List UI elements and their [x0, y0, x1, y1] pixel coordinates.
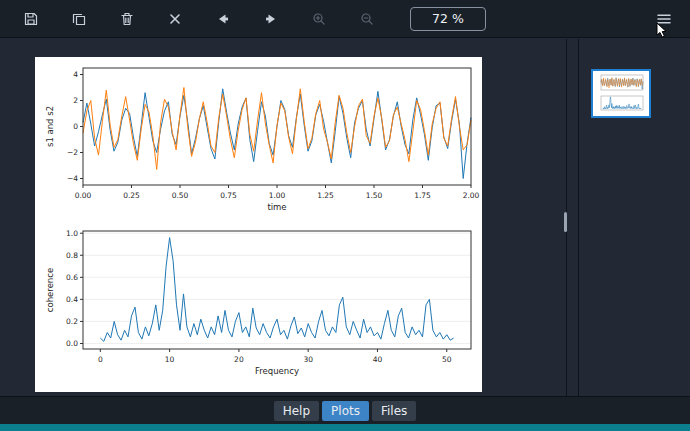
figure-canvas: 0.000.250.500.751.001.251.501.752.00−4−2…	[35, 57, 482, 392]
svg-text:0.0: 0.0	[66, 339, 78, 348]
svg-text:1.00: 1.00	[269, 191, 286, 200]
previous-plot-icon[interactable]	[212, 8, 234, 30]
svg-text:0.2: 0.2	[66, 317, 78, 326]
svg-text:2: 2	[73, 96, 78, 105]
plot-thumbnail[interactable]	[591, 69, 651, 118]
plots-toolbar: 72 %	[0, 0, 690, 38]
svg-text:s1 and s2: s1 and s2	[45, 106, 55, 147]
svg-text:0: 0	[73, 122, 78, 131]
next-plot-icon[interactable]	[260, 8, 282, 30]
mouse-cursor	[656, 22, 670, 44]
svg-text:coherence: coherence	[45, 268, 55, 312]
svg-text:0: 0	[98, 355, 103, 364]
copy-icon[interactable]	[68, 8, 90, 30]
save-icon[interactable]	[20, 8, 42, 30]
tab-files[interactable]: Files	[372, 401, 416, 421]
svg-text:40: 40	[373, 355, 383, 364]
svg-text:4: 4	[73, 70, 78, 79]
svg-text:1.75: 1.75	[414, 191, 431, 200]
svg-text:10: 10	[165, 355, 175, 364]
svg-text:1.25: 1.25	[317, 191, 334, 200]
plot-thumbnail-preview	[593, 71, 649, 116]
thumbnail-panel	[578, 39, 690, 397]
status-strip	[0, 424, 690, 431]
svg-text:−2: −2	[67, 148, 78, 157]
plots-pane-window: 72 % 0.000.250.500.751.001.251.501.752.0…	[0, 0, 690, 431]
svg-text:0.00: 0.00	[75, 191, 92, 200]
figure-svg: 0.000.250.500.751.001.251.501.752.00−4−2…	[35, 57, 482, 392]
zoom-level-display: 72 %	[410, 7, 486, 31]
svg-text:1.50: 1.50	[366, 191, 383, 200]
pane-tabbar: Help Plots Files	[0, 396, 690, 424]
svg-text:0.8: 0.8	[66, 251, 78, 260]
svg-text:50: 50	[442, 355, 452, 364]
tab-plots[interactable]: Plots	[322, 401, 369, 421]
svg-text:0.50: 0.50	[172, 191, 189, 200]
svg-text:0.4: 0.4	[66, 295, 78, 304]
svg-text:−4: −4	[67, 174, 78, 183]
svg-text:1.0: 1.0	[66, 229, 78, 238]
close-icon[interactable]	[164, 8, 186, 30]
delete-icon[interactable]	[116, 8, 138, 30]
svg-text:0.75: 0.75	[220, 191, 237, 200]
zoom-out-icon[interactable]	[356, 8, 378, 30]
splitter-handle[interactable]	[564, 212, 567, 232]
svg-text:0.25: 0.25	[123, 191, 140, 200]
svg-text:time: time	[267, 202, 286, 212]
svg-text:Frequency: Frequency	[255, 366, 299, 376]
svg-text:30: 30	[303, 355, 313, 364]
svg-text:2.00: 2.00	[463, 191, 480, 200]
svg-text:20: 20	[234, 355, 244, 364]
svg-text:0.6: 0.6	[66, 273, 78, 282]
tab-help[interactable]: Help	[274, 401, 319, 421]
zoom-in-icon[interactable]	[308, 8, 330, 30]
